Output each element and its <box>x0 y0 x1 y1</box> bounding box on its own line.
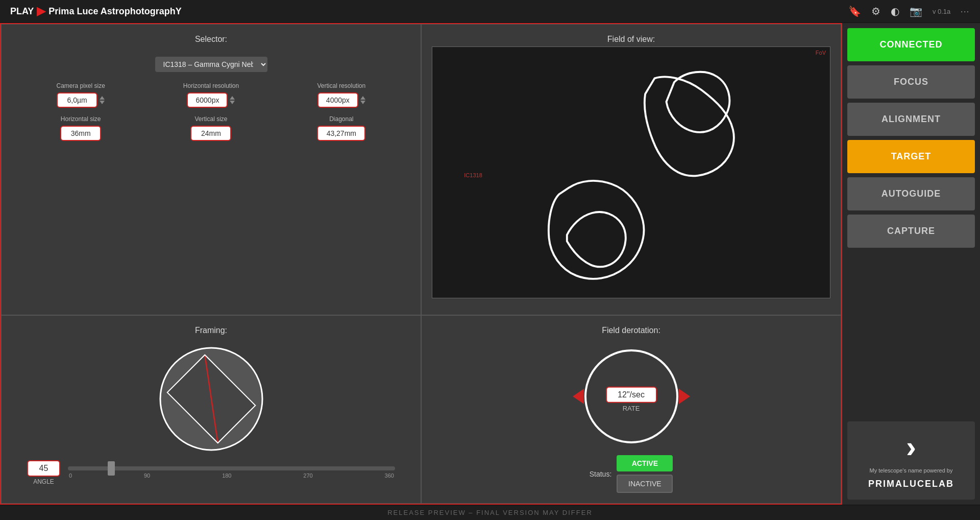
h-res-up[interactable] <box>230 96 235 100</box>
object-selector[interactable]: IC1318 – Gamma Cygni NebulaM42 – Orion N… <box>155 57 267 72</box>
pixel-size-spinner[interactable] <box>100 96 105 104</box>
logo-play-text: PLAY <box>10 6 34 17</box>
v-res-input[interactable] <box>317 92 358 108</box>
content-area: Selector: IC1318 – Gamma Cygni NebulaM42… <box>0 23 842 505</box>
pixel-size-field: Camera pixel size <box>22 82 139 108</box>
tick-270: 270 <box>303 472 312 479</box>
selector-title: Selector: <box>195 35 227 44</box>
tick-90: 90 <box>144 472 150 479</box>
angle-section: ANGLE 0 90 180 270 360 <box>12 460 410 485</box>
fov-display: FoV IC1318 <box>432 46 830 298</box>
h-size-field: Horizontal size <box>22 115 139 141</box>
more-icon[interactable]: ··· <box>961 7 970 15</box>
logo-arrow-icon: ▶ <box>37 5 45 18</box>
h-size-label: Horizontal size <box>61 115 101 123</box>
framing-title: Framing: <box>195 326 227 335</box>
pixel-size-label: Camera pixel size <box>56 82 105 89</box>
bookmark-icon[interactable]: 🔖 <box>848 5 861 17</box>
diagonal-label: Diagonal <box>329 115 353 123</box>
camera-fields: Camera pixel size Horizontal resolution <box>12 82 410 141</box>
angle-input[interactable] <box>27 460 60 477</box>
tick-180: 180 <box>222 472 231 479</box>
alignment-button[interactable]: ALIGNMENT <box>847 103 975 136</box>
fov-object-label: IC1318 <box>464 172 482 178</box>
v-res-up[interactable] <box>360 96 365 100</box>
status-section: Status: ACTIVE INACTIVE <box>590 455 673 493</box>
bottombar: RELEASE PREVIEW – FINAL VERSION MAY DIFF… <box>0 505 980 520</box>
v-size-label: Vertical size <box>194 115 227 123</box>
primaluce-logo-box: › My telescope's name powered by PRIMALU… <box>847 421 975 500</box>
primaluce-tagline: My telescope's name powered by <box>870 467 953 474</box>
focus-button[interactable]: FOCUS <box>847 65 975 99</box>
sidebar: CONNECTED FOCUS ALIGNMENT TARGET AUTOGUI… <box>842 23 980 505</box>
angle-slider[interactable] <box>68 466 395 470</box>
h-res-spinner[interactable] <box>230 96 235 104</box>
slider-ticks: 0 90 180 270 360 <box>68 472 395 479</box>
pixel-size-input[interactable] <box>57 92 97 108</box>
connected-button[interactable]: CONNECTED <box>847 28 975 61</box>
inactive-button[interactable]: INACTIVE <box>617 475 673 493</box>
status-buttons: ACTIVE INACTIVE <box>617 455 673 493</box>
autoguide-button[interactable]: AUTOGUIDE <box>847 177 975 210</box>
contrast-icon[interactable]: ◐ <box>891 5 899 17</box>
h-size-input[interactable] <box>60 126 101 141</box>
pixel-size-down[interactable] <box>100 101 105 104</box>
fov-svg <box>432 47 830 298</box>
rate-input[interactable] <box>606 387 657 403</box>
active-button[interactable]: ACTIVE <box>617 455 673 471</box>
angle-input-group: ANGLE <box>27 460 60 485</box>
v-res-spinner[interactable] <box>360 96 365 104</box>
main-layout: Selector: IC1318 – Gamma Cygni NebulaM42… <box>0 23 980 505</box>
logo-name: Prima Luce AstrophotographY <box>48 6 181 17</box>
primaluce-name: PRIMALUCELAB <box>868 479 954 489</box>
v-res-down[interactable] <box>360 101 365 104</box>
h-res-field: Horizontal resolution <box>152 82 270 108</box>
v-res-label: Vertical resolution <box>317 82 365 89</box>
pixel-size-up[interactable] <box>100 96 105 100</box>
h-res-label: Horizontal resolution <box>183 82 239 89</box>
topbar-icons: 🔖 ⚙ ◐ 📷 v 0.1a ··· <box>848 5 970 17</box>
tick-360: 360 <box>385 472 394 479</box>
h-res-input[interactable] <box>187 92 228 108</box>
diagonal-field: Diagonal <box>283 115 400 141</box>
topbar: PLAY ▶ Prima Luce AstrophotographY 🔖 ⚙ ◐… <box>0 0 980 23</box>
gear-icon[interactable]: ⚙ <box>871 5 880 17</box>
derotation-panel: Field derotation: RATE Status: ACTIVE <box>421 315 841 504</box>
primaluce-chevron-icon: › <box>906 432 916 462</box>
framing-panel: Framing: ANGLE <box>1 315 421 504</box>
diagonal-input[interactable] <box>317 126 365 141</box>
derotation-title: Field derotation: <box>602 326 660 335</box>
framing-circle <box>155 343 267 455</box>
angle-slider-wrapper: 0 90 180 270 360 <box>68 466 395 479</box>
fov-title: Field of view: <box>432 35 830 44</box>
derotation-right-arrow[interactable] <box>679 389 690 404</box>
derotation-circle: RATE <box>580 345 682 447</box>
fov-panel: Field of view: FoV IC1318 <box>421 24 841 315</box>
version-label: v 0.1a <box>933 8 950 15</box>
selector-panel: Selector: IC1318 – Gamma Cygni NebulaM42… <box>1 24 421 315</box>
app-logo: PLAY ▶ Prima Luce AstrophotographY <box>10 5 182 18</box>
camera-icon[interactable]: 📷 <box>910 5 922 17</box>
v-size-field: Vertical size <box>152 115 270 141</box>
status-label: Status: <box>590 470 612 478</box>
v-size-input[interactable] <box>190 126 231 141</box>
rate-label: RATE <box>623 405 640 412</box>
angle-label: ANGLE <box>33 478 54 485</box>
h-res-down[interactable] <box>230 101 235 104</box>
target-button[interactable]: TARGET <box>847 140 975 173</box>
capture-button[interactable]: CAPTURE <box>847 215 975 248</box>
derotation-left-arrow[interactable] <box>573 389 584 404</box>
fov-badge: FoV <box>816 50 826 56</box>
release-text: RELEASE PREVIEW – FINAL VERSION MAY DIFF… <box>387 509 593 516</box>
tick-0: 0 <box>69 472 72 479</box>
v-res-field: Vertical resolution <box>283 82 400 108</box>
